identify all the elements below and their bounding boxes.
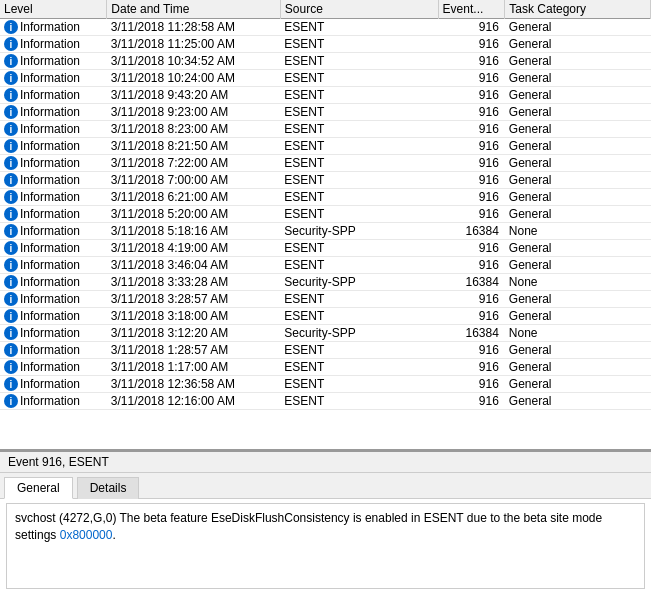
info-icon: i [4,54,18,68]
col-category[interactable]: Task Category [505,0,651,19]
cell-category: General [505,104,651,121]
table-row[interactable]: iInformation3/11/2018 8:21:50 AMESENT916… [0,138,651,155]
tab-details[interactable]: Details [77,477,140,499]
info-icon: i [4,20,18,34]
cell-event: 916 [438,87,505,104]
table-row[interactable]: iInformation3/11/2018 3:33:28 AMSecurity… [0,274,651,291]
cell-level: iInformation [0,223,107,240]
info-icon: i [4,190,18,204]
cell-event: 16384 [438,325,505,342]
level-text: Information [20,173,80,187]
level-text: Information [20,326,80,340]
cell-source: ESENT [280,104,438,121]
cell-source: ESENT [280,53,438,70]
cell-level: iInformation [0,376,107,393]
info-icon: i [4,241,18,255]
table-row[interactable]: iInformation3/11/2018 8:23:00 AMESENT916… [0,121,651,138]
event-content: svchost (4272,G,0) The beta feature EseD… [6,503,645,589]
cell-level: iInformation [0,121,107,138]
cell-category: General [505,87,651,104]
table-row[interactable]: iInformation3/11/2018 7:00:00 AMESENT916… [0,172,651,189]
table-row[interactable]: iInformation3/11/2018 9:43:20 AMESENT916… [0,87,651,104]
info-icon: i [4,292,18,306]
table-row[interactable]: iInformation3/11/2018 3:46:04 AMESENT916… [0,257,651,274]
col-event[interactable]: Event... [438,0,505,19]
cell-level: iInformation [0,155,107,172]
info-icon: i [4,258,18,272]
cell-level: iInformation [0,87,107,104]
cell-source: Security-SPP [280,223,438,240]
tab-general[interactable]: General [4,477,73,499]
cell-category: General [505,36,651,53]
table-row[interactable]: iInformation3/11/2018 7:22:00 AMESENT916… [0,155,651,172]
table-row[interactable]: iInformation3/11/2018 3:18:00 AMESENT916… [0,308,651,325]
level-text: Information [20,37,80,51]
cell-event: 916 [438,240,505,257]
level-text: Information [20,241,80,255]
table-row[interactable]: iInformation3/11/2018 4:19:00 AMESENT916… [0,240,651,257]
table-header-row: Level Date and Time Source Event... Task… [0,0,651,19]
table-row[interactable]: iInformation3/11/2018 6:21:00 AMESENT916… [0,189,651,206]
level-text: Information [20,105,80,119]
cell-event: 916 [438,359,505,376]
info-icon: i [4,105,18,119]
cell-source: ESENT [280,189,438,206]
cell-source: ESENT [280,257,438,274]
info-icon: i [4,122,18,136]
table-row[interactable]: iInformation3/11/2018 1:17:00 AMESENT916… [0,359,651,376]
level-text: Information [20,54,80,68]
table-row[interactable]: iInformation3/11/2018 5:18:16 AMSecurity… [0,223,651,240]
cell-datetime: 3/11/2018 1:17:00 AM [107,359,281,376]
cell-datetime: 3/11/2018 8:23:00 AM [107,121,281,138]
event-log-table[interactable]: Level Date and Time Source Event... Task… [0,0,651,450]
table-row[interactable]: iInformation3/11/2018 5:20:00 AMESENT916… [0,206,651,223]
level-text: Information [20,88,80,102]
table-row[interactable]: iInformation3/11/2018 10:24:00 AMESENT91… [0,70,651,87]
cell-source: ESENT [280,121,438,138]
cell-datetime: 3/11/2018 9:43:20 AM [107,87,281,104]
level-text: Information [20,71,80,85]
cell-level: iInformation [0,359,107,376]
table-row[interactable]: iInformation3/11/2018 3:28:57 AMESENT916… [0,291,651,308]
cell-level: iInformation [0,53,107,70]
table-row[interactable]: iInformation3/11/2018 9:23:00 AMESENT916… [0,104,651,121]
cell-category: General [505,155,651,172]
info-icon: i [4,37,18,51]
cell-source: ESENT [280,19,438,36]
level-text: Information [20,139,80,153]
cell-source: ESENT [280,342,438,359]
table-row[interactable]: iInformation3/11/2018 12:36:58 AMESENT91… [0,376,651,393]
table-row[interactable]: iInformation3/11/2018 12:16:00 AMESENT91… [0,393,651,410]
cell-datetime: 3/11/2018 5:20:00 AM [107,206,281,223]
col-level[interactable]: Level [0,0,107,19]
cell-category: General [505,189,651,206]
cell-level: iInformation [0,257,107,274]
cell-source: ESENT [280,155,438,172]
col-source[interactable]: Source [280,0,438,19]
cell-datetime: 3/11/2018 3:12:20 AM [107,325,281,342]
table-row[interactable]: iInformation3/11/2018 11:28:58 AMESENT91… [0,19,651,36]
cell-category: General [505,359,651,376]
cell-datetime: 3/11/2018 3:28:57 AM [107,291,281,308]
table-row[interactable]: iInformation3/11/2018 10:34:52 AMESENT91… [0,53,651,70]
tabs-row: General Details [0,473,651,499]
cell-source: Security-SPP [280,274,438,291]
cell-datetime: 3/11/2018 8:21:50 AM [107,138,281,155]
level-text: Information [20,292,80,306]
cell-category: General [505,308,651,325]
cell-source: ESENT [280,87,438,104]
level-text: Information [20,207,80,221]
info-icon: i [4,309,18,323]
cell-source: ESENT [280,376,438,393]
cell-category: None [505,325,651,342]
cell-datetime: 3/11/2018 1:28:57 AM [107,342,281,359]
cell-source: ESENT [280,36,438,53]
col-datetime[interactable]: Date and Time [107,0,281,19]
table-row[interactable]: iInformation3/11/2018 1:28:57 AMESENT916… [0,342,651,359]
cell-level: iInformation [0,325,107,342]
table-row[interactable]: iInformation3/11/2018 3:12:20 AMSecurity… [0,325,651,342]
event-text-suffix: . [112,528,115,542]
cell-event: 916 [438,393,505,410]
level-text: Information [20,258,80,272]
table-row[interactable]: iInformation3/11/2018 11:25:00 AMESENT91… [0,36,651,53]
